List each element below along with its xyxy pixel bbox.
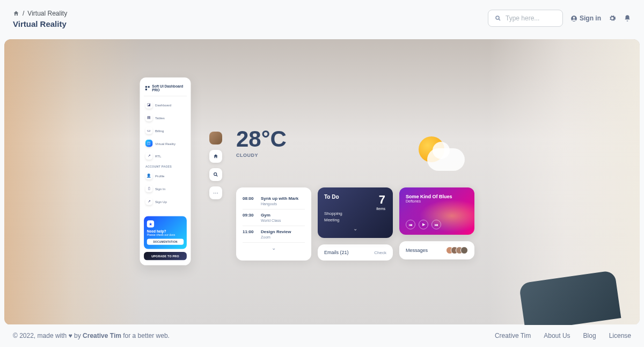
breadcrumb-sep: / (23, 10, 24, 17)
messages-label: Messages (406, 248, 428, 253)
footer-links: Creative Tim About Us Blog License (495, 332, 631, 339)
shop-icon: ◪ (145, 102, 152, 109)
rocket-icon: ↗ (145, 198, 152, 205)
brand-text: Soft UI Dashboard PRO (152, 85, 186, 92)
schedule-time: 09:30 (243, 213, 257, 222)
temperature: 28°C (236, 128, 287, 150)
heart-icon: ♥ (69, 332, 72, 339)
music-column: Some Kind Of Blues Deftones ⏮ ▶ ⏭ Messag… (399, 187, 474, 261)
svg-point-2 (573, 16, 575, 18)
footer-link[interactable]: About Us (544, 332, 570, 339)
sidebar-label: Billing (155, 129, 164, 133)
help-title: Need help? (147, 229, 184, 233)
cube-icon: ◫ (145, 140, 152, 147)
user-icon: 👤 (145, 172, 152, 179)
chevron-down-icon[interactable]: ⌄ (324, 226, 386, 232)
sidebar-item-billing[interactable]: ▭Billing (144, 125, 187, 136)
todo-items-label: items (376, 207, 385, 211)
signin-label: Sign in (580, 15, 601, 22)
emails-label: Emails (21) (324, 250, 349, 255)
svg-rect-5 (145, 89, 147, 90)
breadcrumb-current[interactable]: Virtual Reality (27, 10, 67, 17)
header: / Virtual Reality Virtual Reality Sign i… (0, 0, 644, 33)
sidebar-item-signin[interactable]: ▯Sign In (144, 183, 187, 194)
song-artist: Deftones (406, 199, 468, 203)
schedule-time: 11:00 (243, 229, 257, 239)
music-controls: ⏮ ▶ ⏭ (406, 220, 441, 229)
logo-icon (145, 85, 150, 91)
vr-background: Soft UI Dashboard PRO ◪Dashboard ▤Tables… (4, 39, 640, 325)
play-button[interactable]: ▶ (419, 220, 428, 229)
star-icon: ★ (147, 220, 154, 227)
bell-icon[interactable] (624, 15, 631, 22)
user-circle-icon (570, 15, 577, 22)
message-avatars (446, 247, 468, 254)
music-card: Some Kind Of Blues Deftones ⏮ ▶ ⏭ (399, 187, 474, 235)
table-icon: ▤ (145, 114, 152, 121)
todo-label: To Do (324, 194, 386, 200)
footer: © 2022, made with ♥ by Creative Tim for … (0, 324, 644, 347)
sidebar-item-profile[interactable]: 👤Profile (144, 170, 187, 182)
breadcrumb: / Virtual Reality (13, 10, 67, 17)
header-left: / Virtual Reality Virtual Reality (13, 10, 67, 28)
page-title: Virtual Reality (13, 19, 67, 28)
cloud-icon (427, 148, 465, 171)
todo-list: Shopping Meeting (324, 211, 386, 223)
search-button[interactable] (209, 168, 222, 181)
upgrade-button[interactable]: UPGRADE TO PRO (144, 252, 187, 260)
schedule-title: Design Review (261, 229, 291, 234)
sidebar: Soft UI Dashboard PRO ◪Dashboard ▤Tables… (140, 77, 191, 265)
tool-icon: ↗ (145, 153, 152, 160)
footer-link[interactable]: Creative Tim (495, 332, 531, 339)
weather-icon (413, 133, 467, 176)
song-title: Some Kind Of Blues (406, 194, 468, 199)
sidebar-help-card: ★ Need help? Please check our docs DOCUM… (144, 216, 187, 249)
sidebar-item-vr[interactable]: ◫Virtual Reality (144, 138, 187, 149)
sidebar-item-tables[interactable]: ▤Tables (144, 112, 187, 124)
avatar[interactable] (209, 132, 222, 144)
svg-point-0 (496, 16, 499, 19)
weather-widget: 28°C CLOUDY (236, 128, 287, 158)
gear-icon[interactable] (609, 15, 616, 22)
next-button[interactable]: ⏭ (431, 220, 441, 229)
sidebar-section: ACCOUNT PAGES (144, 163, 187, 170)
schedule-card: 08:00Synk up with MarkHangouts 09:30GymW… (236, 187, 311, 261)
footer-author[interactable]: Creative Tim (83, 332, 121, 339)
search-box[interactable] (488, 10, 563, 27)
sidebar-item-dashboard[interactable]: ◪Dashboard (144, 99, 187, 111)
chevron-down-icon[interactable]: ⌄ (243, 243, 305, 253)
avatar-small (460, 247, 468, 254)
search-input[interactable] (506, 15, 556, 22)
todo-item: Meeting (324, 217, 386, 223)
sidebar-item-signup[interactable]: ↗Sign Up (144, 196, 187, 207)
schedule-sub: World Class (261, 219, 281, 222)
sidebar-label: RTL (155, 154, 162, 158)
sidebar-label: Dashboard (155, 103, 171, 107)
sidebar-brand[interactable]: Soft UI Dashboard PRO (144, 83, 187, 97)
signin-link[interactable]: Sign in (570, 15, 601, 22)
search-icon (495, 15, 501, 21)
header-right: Sign in (488, 10, 631, 27)
home-icon[interactable] (13, 10, 19, 17)
prev-button[interactable]: ⏮ (406, 220, 415, 229)
documentation-button[interactable]: DOCUMENTATION (147, 238, 184, 244)
sidebar-label: Sign Up (155, 200, 167, 204)
schedule-row[interactable]: 11:00Design ReviewZoom (243, 226, 305, 243)
svg-point-6 (214, 173, 217, 176)
svg-rect-3 (145, 86, 147, 88)
emails-check[interactable]: Check (374, 250, 386, 255)
footer-copyright: © 2022, made with ♥ by Creative Tim for … (13, 332, 170, 339)
schedule-time: 08:00 (243, 196, 257, 206)
emails-card[interactable]: Emails (21) Check (318, 244, 393, 261)
sidebar-item-rtl[interactable]: ↗RTL (144, 150, 187, 162)
schedule-row[interactable]: 08:00Synk up with MarkHangouts (243, 193, 305, 209)
more-button[interactable]: ⋯ (209, 186, 222, 199)
todo-card[interactable]: To Do 7 items Shopping Meeting ⌄ (318, 187, 393, 238)
messages-card[interactable]: Messages (399, 241, 474, 259)
footer-link[interactable]: License (609, 332, 631, 339)
todo-count: 7 (379, 193, 385, 207)
pillow-decor (519, 270, 621, 325)
schedule-row[interactable]: 09:30GymWorld Class (243, 209, 305, 226)
home-button[interactable] (209, 150, 222, 163)
footer-link[interactable]: Blog (583, 332, 596, 339)
